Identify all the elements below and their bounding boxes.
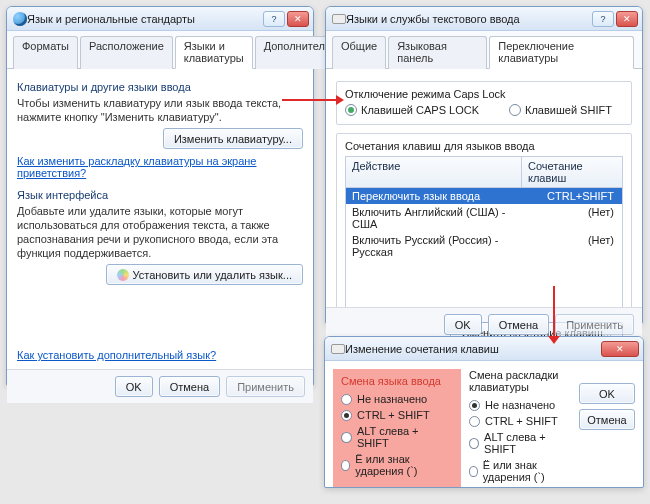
tabstrip: Общие Языковая панель Переключение клави… <box>326 31 642 69</box>
help-button[interactable]: ? <box>263 11 285 27</box>
opt-alt-shift-right[interactable]: ALT слева + SHIFT <box>469 429 571 457</box>
window-title: Язык и региональные стандарты <box>27 13 263 25</box>
opt-none-right[interactable]: Не назначено <box>469 397 571 413</box>
radio-capslock[interactable]: Клавишей CAPS LOCK <box>345 104 479 116</box>
change-keyboard-button[interactable]: Изменить клавиатуру... <box>163 128 303 149</box>
opt-alt-shift-left[interactable]: ALT слева + SHIFT <box>341 423 453 451</box>
hotkeys-title: Сочетания клавиш для языков ввода <box>345 140 623 152</box>
regional-settings-window: Язык и региональные стандарты ? ✕ Формат… <box>6 6 314 386</box>
ok-button[interactable]: OK <box>115 376 153 397</box>
close-button[interactable]: ✕ <box>601 341 639 357</box>
col-combo: Сочетание клавиш <box>522 157 622 187</box>
cancel-button[interactable]: Отмена <box>579 409 635 430</box>
input-language-panel: Смена языка ввода Не назначено CTRL + SH… <box>333 369 461 487</box>
list-row[interactable]: Включить Русский (Россия) - Русская(Нет) <box>346 232 622 260</box>
list-header: Действие Сочетание клавиш <box>345 156 623 187</box>
radio-shift[interactable]: Клавишей SHIFT <box>509 104 612 116</box>
col-action: Действие <box>346 157 522 187</box>
section-ui-lang-text: Добавьте или удалите языки, которые могу… <box>17 204 303 260</box>
capslock-group: Отключение режима Caps Lock Клавишей CAP… <box>336 81 632 125</box>
dialog-buttons: OK Отмена Применить <box>7 369 313 403</box>
input-language-legend: Смена языка ввода <box>341 375 453 387</box>
cancel-button[interactable]: Отмена <box>488 314 549 335</box>
install-language-button[interactable]: Установить или удалить язык... <box>106 264 304 285</box>
keyboard-icon <box>332 14 346 24</box>
apply-button[interactable]: Применить <box>226 376 305 397</box>
opt-none-left[interactable]: Не назначено <box>341 391 453 407</box>
opt-ctrl-shift-right[interactable]: CTRL + SHIFT <box>469 413 571 429</box>
cd-icon <box>117 269 129 281</box>
ok-button[interactable]: OK <box>579 383 635 404</box>
window-title: Языки и службы текстового ввода <box>346 13 592 25</box>
opt-grave-right[interactable]: Ё или знак ударения (`) <box>469 457 571 485</box>
titlebar[interactable]: Язык и региональные стандарты ? ✕ <box>7 7 313 31</box>
close-button[interactable]: ✕ <box>287 11 309 27</box>
change-hotkey-dialog: Изменение сочетания клавиш ✕ Смена языка… <box>324 336 644 488</box>
close-button[interactable]: ✕ <box>616 11 638 27</box>
tabstrip: Форматы Расположение Языки и клавиатуры … <box>7 31 313 69</box>
radio-icon <box>345 104 357 116</box>
welcome-screen-link[interactable]: Как изменить раскладку клавиатуры на экр… <box>17 155 256 179</box>
tab-langbar[interactable]: Языковая панель <box>388 36 487 69</box>
tab-keyboards[interactable]: Языки и клавиатуры <box>175 36 253 69</box>
section-keyboards-text: Чтобы изменить клавиатуру или язык ввода… <box>17 96 303 124</box>
layout-legend: Смена раскладки клавиатуры <box>469 369 571 393</box>
section-keyboards-title: Клавиатуры и другие языки ввода <box>17 81 303 93</box>
keyboard-icon <box>331 344 345 354</box>
opt-grave-left[interactable]: Ё или знак ударения (`) <box>341 451 453 479</box>
tab-location[interactable]: Расположение <box>80 36 173 69</box>
apply-button[interactable]: Применить <box>555 314 634 335</box>
section-ui-lang-title: Язык интерфейса <box>17 189 303 201</box>
cancel-button[interactable]: Отмена <box>159 376 220 397</box>
additional-language-link[interactable]: Как установить дополнительный язык? <box>17 349 216 361</box>
window-title: Изменение сочетания клавиш <box>345 343 601 355</box>
text-services-window: Языки и службы текстового ввода ? ✕ Общи… <box>325 6 643 324</box>
tab-switch-kbd[interactable]: Переключение клавиатуры <box>489 36 634 69</box>
titlebar[interactable]: Языки и службы текстового ввода ? ✕ <box>326 7 642 31</box>
list-row[interactable]: Переключить язык вводаCTRL+SHIFT <box>346 188 622 204</box>
globe-icon <box>13 12 27 26</box>
tab-formats[interactable]: Форматы <box>13 36 78 69</box>
opt-ctrl-shift-left[interactable]: CTRL + SHIFT <box>341 407 453 423</box>
list-row[interactable]: Включить Английский (США) - США(Нет) <box>346 204 622 232</box>
hotkey-list[interactable]: Переключить язык вводаCTRL+SHIFT Включит… <box>345 187 623 317</box>
help-button[interactable]: ? <box>592 11 614 27</box>
ok-button[interactable]: OK <box>444 314 482 335</box>
radio-icon <box>509 104 521 116</box>
capslock-title: Отключение режима Caps Lock <box>345 88 623 100</box>
tab-general[interactable]: Общие <box>332 36 386 69</box>
titlebar[interactable]: Изменение сочетания клавиш ✕ <box>325 337 643 361</box>
